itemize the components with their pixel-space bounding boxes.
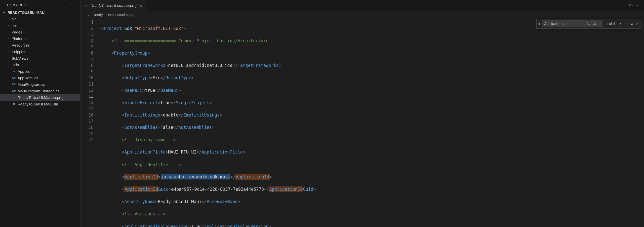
rss-icon: ៱ xyxy=(86,13,91,17)
chevron-right-icon: › xyxy=(6,17,10,21)
file-label: MauiProgram.cs xyxy=(18,82,45,87)
rss-icon: ៱ xyxy=(12,95,16,100)
folder-label: obj xyxy=(12,23,17,28)
folder-label: Utils xyxy=(12,63,19,67)
chevron-right-icon: › xyxy=(6,30,10,34)
folder-label: Pages xyxy=(12,30,22,34)
explorer-title: EXPLORER xyxy=(7,3,26,7)
folder-label: bin xyxy=(12,17,17,21)
sparkle-icon: ✦ xyxy=(204,174,206,180)
chevron-right-icon: › xyxy=(6,43,10,47)
file-label: MauiProgram.Storage.cs xyxy=(18,89,59,93)
folder-snippets[interactable]: ›Snippets xyxy=(0,48,80,55)
file-mauiprogram-cs[interactable]: C#MauiProgram.cs xyxy=(0,81,80,88)
file-label: ReadyToUseUI.Maui.csproj xyxy=(18,95,63,100)
breadcrumb-label: ReadyToUseUI.Maui.csproj xyxy=(93,13,135,17)
rss-icon: ៱ xyxy=(84,3,89,8)
csharp-icon: C# xyxy=(12,89,16,93)
tab-csproj[interactable]: ៱ ReadyToUseUI.Maui.csproj × xyxy=(80,0,146,11)
chevron-right-icon: › xyxy=(6,63,10,66)
code-content[interactable]: <Project Sdk="Microsoft.NET.Sdk"> <!-- =… xyxy=(101,19,644,227)
file-label: ReadyToUseUI.Maui.sln xyxy=(18,102,58,106)
chevron-down-icon: › xyxy=(3,11,6,14)
code-editor[interactable]: 1234 5678 9101112 13141516 17181920 <Pro… xyxy=(80,19,644,227)
file-label: App.xaml.cs xyxy=(18,76,38,80)
project-name: READYTOUSEUI.MAUI xyxy=(8,11,46,15)
chevron-right-icon: › xyxy=(6,37,10,40)
file-label: App.xaml xyxy=(18,69,33,73)
folder-label: Snippets xyxy=(12,50,26,54)
folder-label: Resources xyxy=(12,43,30,47)
folder-label: SubViews xyxy=(12,56,28,60)
explorer-header: EXPLORER ··· xyxy=(0,0,80,10)
chevron-right-icon: › xyxy=(6,24,10,27)
folder-platforms[interactable]: ›Platforms xyxy=(0,35,80,42)
project-root[interactable]: › READYTOUSEUI.MAUI xyxy=(0,10,80,16)
csharp-icon: C# xyxy=(12,82,16,87)
folder-utils[interactable]: ›Utils xyxy=(0,61,80,68)
file-icon: ≡ xyxy=(12,102,16,106)
explorer-sidebar: EXPLORER ··· › READYTOUSEUI.MAUI ›bin ›o… xyxy=(0,0,80,227)
file-sln[interactable]: ≡ReadyToUseUI.Maui.sln xyxy=(0,101,80,107)
breadcrumb[interactable]: ៱ ReadyToUseUI.Maui.csproj xyxy=(80,11,644,19)
chevron-right-icon: › xyxy=(6,56,10,60)
more-icon[interactable]: ··· xyxy=(71,3,76,7)
file-app-xaml-cs[interactable]: C#App.xaml.cs xyxy=(0,74,80,81)
chevron-right-icon: › xyxy=(6,50,10,53)
more-icon[interactable]: ··· xyxy=(636,3,639,8)
folder-label: Platforms xyxy=(12,36,27,41)
csharp-icon: C# xyxy=(12,75,16,80)
folder-bin[interactable]: ›bin xyxy=(0,16,80,22)
split-editor-icon[interactable]: ◫ xyxy=(629,3,633,8)
file-icon: ≡ xyxy=(12,69,16,73)
file-csproj[interactable]: ៱ReadyToUseUI.Maui.csproj xyxy=(0,94,80,101)
folder-obj[interactable]: ›obj xyxy=(0,22,80,29)
line-gutter: 1234 5678 9101112 13141516 17181920 xyxy=(80,19,101,227)
close-icon[interactable]: × xyxy=(140,4,142,8)
tab-bar: ៱ ReadyToUseUI.Maui.csproj × ◫ ··· xyxy=(80,0,644,11)
tab-label: ReadyToUseUI.Maui.csproj xyxy=(91,4,136,8)
editor-area: ៱ ReadyToUseUI.Maui.csproj × ◫ ··· ៱ Rea… xyxy=(80,0,644,227)
folder-subviews[interactable]: ›SubViews xyxy=(0,55,80,61)
editor-actions: ◫ ··· xyxy=(629,0,644,11)
folder-pages[interactable]: ›Pages xyxy=(0,29,80,35)
file-mauiprogram-storage-cs[interactable]: C#MauiProgram.Storage.cs xyxy=(0,88,80,94)
file-app-xaml[interactable]: ≡App.xaml xyxy=(0,68,80,74)
folder-resources[interactable]: ›Resources xyxy=(0,42,80,48)
